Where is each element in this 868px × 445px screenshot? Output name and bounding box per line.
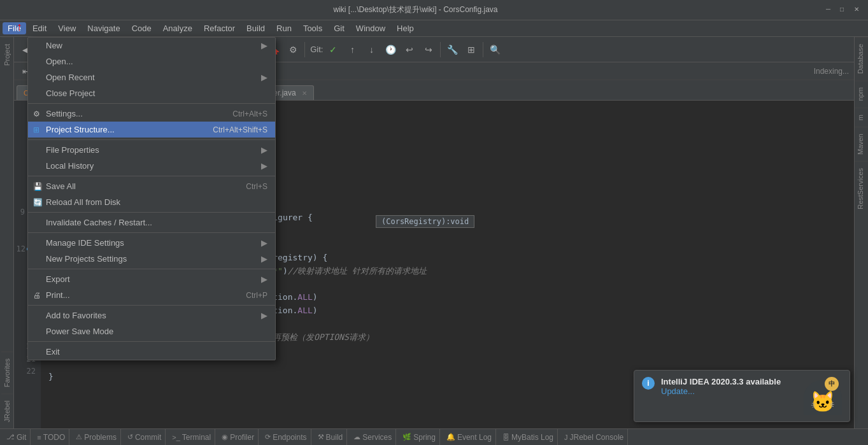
left-tab-jrebel[interactable]: JRebel <box>1 393 13 428</box>
status-profiler[interactable]: ◉ Profiler <box>218 429 259 445</box>
menu-item-open-recent[interactable]: Open Recent ▶ <box>28 69 275 85</box>
problems-icon: ⚠ <box>76 433 82 441</box>
status-build[interactable]: ⚒ Build <box>314 429 348 445</box>
status-jrebel-console[interactable]: J JRebel Console <box>560 429 628 445</box>
sep7 <box>440 42 441 57</box>
toolbar-grid[interactable]: ⊞ <box>462 41 480 59</box>
sep8 <box>483 42 483 57</box>
menu-edit[interactable]: Edit <box>27 22 52 34</box>
toolbar-wrench[interactable]: 🔧 <box>443 41 461 59</box>
menu-code[interactable]: Code <box>127 22 157 34</box>
left-tab-project[interactable]: Project <box>1 37 13 72</box>
status-todo[interactable]: ≡ TODO <box>33 429 69 445</box>
menu-item-invalidate-caches[interactable]: Invalidate Caches / Restart... <box>28 215 275 230</box>
menu-item-print-label: Print... <box>46 290 70 300</box>
separator-2 <box>28 139 275 140</box>
right-tab-rest[interactable]: RestServices <box>855 161 868 216</box>
project-structure-icon: ⊞ <box>33 125 39 134</box>
notification-icon: i <box>642 377 655 390</box>
menu-tools[interactable]: Tools <box>298 22 327 34</box>
close-button[interactable]: ✕ <box>854 6 863 15</box>
todo-label: TODO <box>43 433 65 442</box>
menu-file[interactable]: File <box>3 22 26 34</box>
notification-update-link[interactable]: Update... <box>661 386 788 396</box>
event-log-label: Event Log <box>457 433 492 442</box>
menu-window[interactable]: Window <box>351 22 390 34</box>
menu-item-add-favorites[interactable]: Add to Favorites ▶ <box>28 307 275 323</box>
menu-item-exit[interactable]: Exit <box>28 344 275 360</box>
menu-item-new-projects[interactable]: New Projects Settings ▶ <box>28 251 275 267</box>
menu-item-save-all[interactable]: 💾 Save All Ctrl+S <box>28 178 275 194</box>
menu-item-power-save[interactable]: Power Save Mode <box>28 323 275 339</box>
menu-item-reload-label: Reload All from Disk <box>46 197 120 207</box>
right-tab-database[interactable]: Database <box>855 37 868 80</box>
menu-item-project-structure-label: Project Structure... <box>46 125 115 134</box>
red-arrow-indicator: ↑ <box>17 20 22 34</box>
menu-build[interactable]: Build <box>241 22 270 34</box>
build-icon: ⚒ <box>318 433 324 441</box>
right-tab-maven-m[interactable]: m <box>855 108 868 127</box>
left-tab-favorites[interactable]: Favorites <box>1 351 13 393</box>
menu-item-file-properties[interactable]: File Properties ▶ <box>28 142 275 158</box>
right-tab-npm[interactable]: npm <box>855 80 868 107</box>
status-services[interactable]: ☁ Services <box>350 429 396 445</box>
menu-item-export-label: Export <box>46 274 70 284</box>
left-panel-strip: Project Favorites JRebel <box>0 37 14 428</box>
window-controls[interactable]: ─ □ ✕ <box>826 6 863 15</box>
menu-item-new[interactable]: New ▶ <box>28 38 275 53</box>
endpoints-label: Endpoints <box>273 433 306 442</box>
menu-item-project-structure[interactable]: ⊞ Project Structure... Ctrl+Alt+Shift+S <box>28 122 275 138</box>
menu-refactor[interactable]: Refactor <box>199 22 240 34</box>
toolbar-git-push[interactable]: ↑ <box>343 41 361 59</box>
reload-icon: 🔄 <box>33 198 43 207</box>
terminal-icon: >_ <box>172 434 180 441</box>
save-all-shortcut: Ctrl+S <box>246 182 267 191</box>
status-git[interactable]: ⎇ Git <box>3 429 31 445</box>
toolbar-git-update[interactable]: ✓ <box>324 41 342 59</box>
right-tab-maven[interactable]: Maven <box>855 127 868 161</box>
menu-item-reload[interactable]: 🔄 Reload All from Disk <box>28 194 275 210</box>
menu-item-open[interactable]: Open... <box>28 53 275 69</box>
status-terminal[interactable]: >_ Terminal <box>168 429 215 445</box>
submenu-arrow-ide: ▶ <box>261 238 267 248</box>
menu-item-manage-ide[interactable]: Manage IDE Settings ▶ <box>28 235 275 251</box>
toolbar-settings2[interactable]: ⚙ <box>284 41 302 59</box>
file-menu-dropdown: New ▶ Open... Open Recent ▶ Close Projec… <box>27 37 276 360</box>
event-log-icon: 🔔 <box>446 433 455 441</box>
commit-label: Commit <box>135 433 161 442</box>
menu-item-open-recent-label: Open Recent <box>46 73 95 82</box>
tab-close-doc[interactable]: ✕ <box>302 90 307 97</box>
menu-run[interactable]: Run <box>271 22 297 34</box>
status-mybatis-log[interactable]: 🗄 MyBatis Log <box>499 429 558 445</box>
status-endpoints[interactable]: ⟳ Endpoints <box>261 429 311 445</box>
maximize-button[interactable]: □ <box>840 6 849 15</box>
title-text: wiki [...\Desktop\技术提升\wiki] - CorsConfi… <box>5 4 826 15</box>
status-problems[interactable]: ⚠ Problems <box>72 429 121 445</box>
menu-analyze[interactable]: Analyze <box>158 22 197 34</box>
submenu-arrow-export: ▶ <box>261 274 267 284</box>
menu-navigate[interactable]: Navigate <box>82 22 125 34</box>
status-commit[interactable]: ↺ Commit <box>124 429 166 445</box>
menu-bar: File Edit View Navigate Code Analyze Ref… <box>0 20 868 37</box>
param-hint-tooltip: (CorsRegistry):void <box>376 215 474 228</box>
toolbar-search-everywhere[interactable]: 🔍 <box>486 41 504 59</box>
toolbar-undo[interactable]: ↩ <box>401 41 418 59</box>
services-label: Services <box>362 433 392 442</box>
spring-label: Spring <box>413 433 436 442</box>
mybatis-icon: 🗄 <box>502 434 509 441</box>
minimize-button[interactable]: ─ <box>826 6 835 15</box>
status-spring[interactable]: 🌿 Spring <box>399 429 440 445</box>
menu-git[interactable]: Git <box>329 22 350 34</box>
toolbar-git-history[interactable]: 🕐 <box>381 41 399 59</box>
toolbar-redo[interactable]: ↪ <box>420 41 438 59</box>
menu-item-print[interactable]: 🖨 Print... Ctrl+P <box>28 287 275 303</box>
menu-item-local-history[interactable]: Local History ▶ <box>28 158 275 174</box>
menu-item-export[interactable]: Export ▶ <box>28 271 275 287</box>
menu-item-settings[interactable]: ⚙ Settings... Ctrl+Alt+S <box>28 106 275 122</box>
menu-item-close-project[interactable]: Close Project <box>28 85 275 101</box>
toolbar-git-pull[interactable]: ↓ <box>362 41 380 59</box>
menu-help[interactable]: Help <box>392 22 419 34</box>
status-event-log[interactable]: 🔔 Event Log <box>443 429 496 445</box>
settings-icon: ⚙ <box>33 109 40 118</box>
menu-view[interactable]: View <box>53 22 81 34</box>
